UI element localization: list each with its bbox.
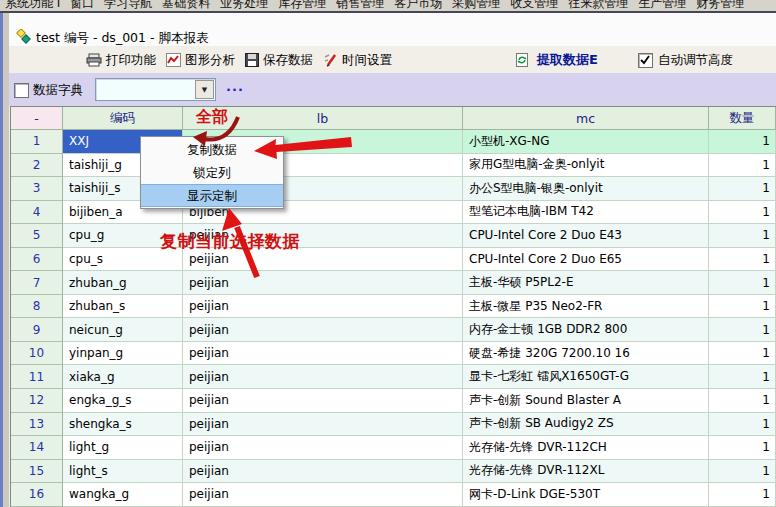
cell-rownum[interactable]: 7 [11, 271, 63, 295]
data-dictionary-combobox[interactable]: ▼ [95, 78, 216, 101]
cell-lb[interactable]: peijian [183, 460, 463, 484]
auto-height-checkbox[interactable] [638, 53, 653, 68]
cell-code[interactable]: shengka_s [63, 413, 183, 437]
cell-rownum[interactable]: 9 [11, 318, 63, 342]
cell-lb[interactable]: peijian [183, 436, 463, 460]
cell-code[interactable]: zhuban_g [63, 271, 183, 295]
menu-item-7[interactable]: 客户市场 [389, 0, 447, 11]
cell-code[interactable]: xiaka_g [63, 365, 183, 389]
cell-mc[interactable]: 声卡-创新 Sound Blaster A [463, 389, 709, 413]
cell-mc[interactable]: 网卡-D-Link DGE-530T [463, 483, 709, 507]
header-qty[interactable]: 数量 [709, 107, 776, 130]
cell-rownum[interactable]: 2 [11, 154, 63, 178]
cell-mc[interactable]: CPU-Intel Core 2 Duo E65 [463, 248, 709, 272]
cell-lb[interactable]: peijian [183, 271, 463, 295]
cell-mc[interactable]: 声卡-创新 SB Audigy2 ZS [463, 413, 709, 437]
cell-code[interactable]: light_s [63, 460, 183, 484]
cell-qty[interactable]: 1 [709, 154, 776, 178]
cell-rownum[interactable]: 4 [11, 201, 63, 225]
menu-item-12[interactable]: 财务管理 [691, 0, 749, 11]
cell-qty[interactable]: 1 [709, 342, 776, 366]
save-data-button[interactable]: 保存数据 [245, 52, 313, 69]
cell-rownum[interactable]: 12 [11, 389, 63, 413]
cell-rownum[interactable]: 10 [11, 342, 63, 366]
cell-mc[interactable]: 光存储-先锋 DVR-112XL [463, 460, 709, 484]
cell-rownum[interactable]: 5 [11, 224, 63, 248]
cell-lb[interactable]: peijian [183, 389, 463, 413]
context-menu-item-1[interactable]: 锁定列 [141, 161, 283, 184]
cell-rownum[interactable]: 3 [11, 177, 63, 201]
extract-data-button[interactable]: 提取数据E [515, 51, 598, 69]
cell-qty[interactable]: 1 [709, 295, 776, 319]
menu-item-11[interactable]: 生产管理 [633, 0, 691, 11]
cell-rownum[interactable]: 6 [11, 248, 63, 272]
cell-mc[interactable]: 硬盘-希捷 320G 7200.10 16 [463, 342, 709, 366]
time-settings-button[interactable]: 时间设置 [323, 52, 392, 69]
cell-mc[interactable]: 型笔记本电脑-IBM T42 [463, 201, 709, 225]
header-code[interactable]: 编码 [63, 107, 183, 130]
context-menu-item-2[interactable]: 显示定制 [141, 184, 283, 207]
cell-rownum[interactable]: 8 [11, 295, 63, 319]
cell-rownum[interactable]: 16 [11, 483, 63, 507]
menu-item-3[interactable]: 基础资料 [157, 0, 215, 11]
data-dictionary-checkbox[interactable] [14, 83, 29, 98]
cell-code[interactable]: neicun_g [63, 318, 183, 342]
cell-rownum[interactable]: 15 [11, 460, 63, 484]
menu-item-0[interactable]: 系统功能 I [0, 0, 65, 11]
cell-lb[interactable]: peijian [183, 295, 463, 319]
cell-mc[interactable]: 小型机-XG-NG [463, 130, 709, 154]
toolbar: 打印功能 图形分析 保存数据 [9, 47, 776, 73]
cell-code[interactable]: yinpan_g [63, 342, 183, 366]
cell-qty[interactable]: 1 [709, 130, 776, 154]
header-mc[interactable]: mc [463, 107, 709, 130]
header-rownum[interactable]: - [11, 107, 63, 130]
cell-rownum[interactable]: 1 [11, 130, 63, 154]
cell-rownum[interactable]: 13 [11, 413, 63, 437]
cell-qty[interactable]: 1 [709, 365, 776, 389]
cell-qty[interactable]: 1 [709, 436, 776, 460]
context-menu-item-0[interactable]: 复制数据 [141, 138, 283, 161]
cell-lb[interactable]: peijian [183, 413, 463, 437]
menu-item-4[interactable]: 业务处理 [215, 0, 273, 11]
cell-qty[interactable]: 1 [709, 224, 776, 248]
print-button[interactable]: 打印功能 [86, 52, 156, 69]
cell-lb[interactable]: peijian [183, 342, 463, 366]
menu-item-8[interactable]: 采购管理 [447, 0, 505, 11]
cell-qty[interactable]: 1 [709, 177, 776, 201]
cell-qty[interactable]: 1 [709, 318, 776, 342]
cell-qty[interactable]: 1 [709, 271, 776, 295]
filter-bar: 数据字典 ▼ ... [9, 73, 776, 106]
cell-code[interactable]: light_g [63, 436, 183, 460]
cell-mc[interactable]: 内存-金士顿 1GB DDR2 800 [463, 318, 709, 342]
cell-rownum[interactable]: 11 [11, 365, 63, 389]
cell-mc[interactable]: CPU-Intel Core 2 Duo E43 [463, 224, 709, 248]
chart-analysis-button[interactable]: 图形分析 [166, 52, 235, 69]
cell-mc[interactable]: 主板-华硕 P5PL2-E [463, 271, 709, 295]
cell-code[interactable]: engka_g_s [63, 389, 183, 413]
cell-mc[interactable]: 主板-微星 P35 Neo2-FR [463, 295, 709, 319]
cell-rownum[interactable]: 14 [11, 436, 63, 460]
cell-code[interactable]: wangka_g [63, 483, 183, 507]
more-options-button[interactable]: ... [226, 79, 244, 94]
cell-qty[interactable]: 1 [709, 460, 776, 484]
cell-qty[interactable]: 1 [709, 413, 776, 437]
menu-item-1[interactable]: 窗口 [65, 0, 99, 11]
menu-item-5[interactable]: 库存管理 [273, 0, 331, 11]
menu-item-2[interactable]: 学习导航 [99, 0, 157, 11]
menu-item-6[interactable]: 销售管理 [331, 0, 389, 11]
cell-qty[interactable]: 1 [709, 389, 776, 413]
cell-mc[interactable]: 光存储-先锋 DVR-112CH [463, 436, 709, 460]
cell-qty[interactable]: 1 [709, 201, 776, 225]
cell-qty[interactable]: 1 [709, 248, 776, 272]
cell-code[interactable]: zhuban_s [63, 295, 183, 319]
combobox-dropdown-button[interactable]: ▼ [195, 80, 214, 99]
menu-item-9[interactable]: 收支管理 [505, 0, 563, 11]
cell-lb[interactable]: peijian [183, 483, 463, 507]
cell-mc[interactable]: 显卡-七彩虹 镭风X1650GT-G [463, 365, 709, 389]
menu-item-10[interactable]: 往来款管理 [563, 0, 633, 11]
cell-mc[interactable]: 办公S型电脑-银奥-onlyit [463, 177, 709, 201]
cell-mc[interactable]: 家用G型电脑-金奥-onlyit [463, 154, 709, 178]
cell-lb[interactable]: peijian [183, 365, 463, 389]
cell-lb[interactable]: peijian [183, 318, 463, 342]
cell-qty[interactable]: 1 [709, 483, 776, 507]
